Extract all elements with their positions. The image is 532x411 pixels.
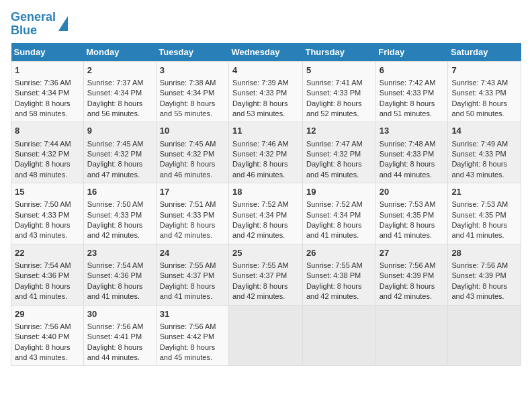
sunset-text: Sunset: 4:34 PM — [15, 89, 69, 97]
day-number: 13 — [380, 125, 445, 137]
sunrise-text: Sunrise: 7:55 AM — [232, 261, 289, 269]
sunrise-text: Sunrise: 7:42 AM — [380, 79, 436, 87]
day-number: 7 — [451, 64, 517, 77]
day-number: 5 — [306, 64, 372, 77]
day-number: 8 — [15, 125, 80, 137]
calendar-cell: 12Sunrise: 7:47 AMSunset: 4:32 PMDayligh… — [302, 122, 375, 183]
calendar-cell: 15Sunrise: 7:50 AMSunset: 4:33 PMDayligh… — [11, 183, 84, 244]
day-number: 2 — [87, 64, 152, 77]
sunset-text: Sunset: 4:39 PM — [451, 271, 506, 279]
sunrise-text: Sunrise: 7:46 AM — [232, 140, 289, 148]
daylight-text: Daylight: 8 hours and 43 minutes. — [451, 160, 507, 178]
calendar-week-1: 1Sunrise: 7:36 AMSunset: 4:34 PMDaylight… — [11, 61, 521, 122]
sunrise-text: Sunrise: 7:36 AM — [15, 79, 71, 87]
col-header-sunday: Sunday — [11, 43, 84, 62]
day-number: 19 — [306, 186, 372, 198]
daylight-text: Daylight: 8 hours and 42 minutes. — [380, 282, 435, 300]
sunset-text: Sunset: 4:41 PM — [87, 332, 142, 340]
calendar-cell: 30Sunrise: 7:56 AMSunset: 4:41 PMDayligh… — [83, 305, 156, 366]
sunset-text: Sunset: 4:32 PM — [15, 150, 69, 158]
sunrise-text: Sunrise: 7:43 AM — [451, 79, 508, 87]
daylight-text: Daylight: 8 hours and 48 minutes. — [15, 160, 71, 178]
sunrise-text: Sunrise: 7:54 AM — [87, 261, 144, 269]
sunset-text: Sunset: 4:33 PM — [306, 89, 361, 97]
calendar-cell — [375, 305, 448, 366]
daylight-text: Daylight: 8 hours and 42 minutes. — [232, 221, 288, 239]
sunrise-text: Sunrise: 7:50 AM — [87, 200, 144, 208]
col-header-tuesday: Tuesday — [156, 43, 228, 62]
daylight-text: Daylight: 8 hours and 58 minutes. — [15, 99, 71, 118]
calendar-cell: 8Sunrise: 7:44 AMSunset: 4:32 PMDaylight… — [11, 122, 84, 183]
daylight-text: Daylight: 8 hours and 55 minutes. — [160, 99, 216, 118]
daylight-text: Daylight: 8 hours and 46 minutes. — [160, 160, 216, 178]
calendar-cell: 18Sunrise: 7:52 AMSunset: 4:34 PMDayligh… — [228, 183, 302, 244]
col-header-monday: Monday — [83, 43, 156, 62]
day-number: 22 — [15, 247, 80, 259]
logo: General Blue — [11, 11, 68, 38]
day-number: 31 — [160, 308, 225, 320]
sunrise-text: Sunrise: 7:54 AM — [15, 261, 71, 269]
calendar-cell — [302, 305, 375, 366]
col-header-saturday: Saturday — [448, 43, 521, 62]
sunrise-text: Sunrise: 7:55 AM — [160, 261, 216, 269]
day-number: 3 — [160, 64, 225, 77]
calendar-cell: 19Sunrise: 7:52 AMSunset: 4:34 PMDayligh… — [302, 183, 375, 244]
calendar-cell: 2Sunrise: 7:37 AMSunset: 4:34 PMDaylight… — [83, 61, 156, 122]
sunset-text: Sunset: 4:42 PM — [160, 332, 214, 340]
day-number: 15 — [15, 186, 80, 198]
logo-text-line1: General — [11, 11, 56, 24]
day-number: 10 — [160, 125, 225, 137]
calendar-week-4: 22Sunrise: 7:54 AMSunset: 4:36 PMDayligh… — [11, 244, 521, 305]
sunset-text: Sunset: 4:36 PM — [15, 271, 69, 279]
sunset-text: Sunset: 4:33 PM — [87, 211, 142, 219]
daylight-text: Daylight: 8 hours and 42 minutes. — [160, 221, 216, 239]
logo-text-line2: Blue — [11, 24, 56, 38]
daylight-text: Daylight: 8 hours and 41 minutes. — [160, 282, 216, 300]
sunrise-text: Sunrise: 7:47 AM — [306, 140, 363, 148]
day-number: 25 — [232, 247, 299, 259]
sunrise-text: Sunrise: 7:56 AM — [160, 322, 216, 330]
sunrise-text: Sunrise: 7:39 AM — [232, 79, 289, 87]
day-number: 12 — [306, 125, 372, 137]
sunrise-text: Sunrise: 7:49 AM — [451, 140, 508, 148]
sunset-text: Sunset: 4:34 PM — [160, 89, 214, 97]
sunset-text: Sunset: 4:33 PM — [15, 211, 69, 219]
calendar-cell: 27Sunrise: 7:56 AMSunset: 4:39 PMDayligh… — [375, 244, 448, 305]
sunset-text: Sunset: 4:39 PM — [380, 271, 434, 279]
daylight-text: Daylight: 8 hours and 41 minutes. — [380, 221, 435, 239]
sunrise-text: Sunrise: 7:37 AM — [87, 79, 144, 87]
day-number: 29 — [15, 308, 80, 320]
calendar-cell: 20Sunrise: 7:53 AMSunset: 4:35 PMDayligh… — [375, 183, 448, 244]
sunset-text: Sunset: 4:33 PM — [380, 89, 434, 97]
calendar-cell: 23Sunrise: 7:54 AMSunset: 4:36 PMDayligh… — [83, 244, 156, 305]
sunset-text: Sunset: 4:34 PM — [87, 89, 142, 97]
sunrise-text: Sunrise: 7:48 AM — [380, 140, 436, 148]
sunset-text: Sunset: 4:37 PM — [232, 271, 287, 279]
day-number: 28 — [451, 247, 517, 259]
daylight-text: Daylight: 8 hours and 45 minutes. — [160, 343, 216, 361]
daylight-text: Daylight: 8 hours and 41 minutes. — [306, 221, 362, 239]
calendar-cell: 4Sunrise: 7:39 AMSunset: 4:33 PMDaylight… — [228, 61, 302, 122]
daylight-text: Daylight: 8 hours and 41 minutes. — [15, 282, 71, 300]
calendar-cell: 1Sunrise: 7:36 AMSunset: 4:34 PMDaylight… — [11, 61, 84, 122]
daylight-text: Daylight: 8 hours and 43 minutes. — [451, 282, 507, 300]
day-number: 6 — [380, 64, 445, 77]
calendar-cell: 28Sunrise: 7:56 AMSunset: 4:39 PMDayligh… — [448, 244, 521, 305]
sunrise-text: Sunrise: 7:52 AM — [306, 200, 363, 208]
calendar-week-5: 29Sunrise: 7:56 AMSunset: 4:40 PMDayligh… — [11, 305, 521, 366]
daylight-text: Daylight: 8 hours and 50 minutes. — [451, 99, 507, 118]
sunrise-text: Sunrise: 7:55 AM — [306, 261, 363, 269]
daylight-text: Daylight: 8 hours and 42 minutes. — [306, 282, 362, 300]
sunset-text: Sunset: 4:33 PM — [232, 89, 287, 97]
sunset-text: Sunset: 4:33 PM — [160, 211, 214, 219]
daylight-text: Daylight: 8 hours and 47 minutes. — [87, 160, 143, 178]
day-number: 30 — [87, 308, 152, 320]
calendar-cell: 24Sunrise: 7:55 AMSunset: 4:37 PMDayligh… — [156, 244, 228, 305]
sunset-text: Sunset: 4:40 PM — [15, 332, 69, 340]
daylight-text: Daylight: 8 hours and 41 minutes. — [451, 221, 507, 239]
sunset-text: Sunset: 4:33 PM — [451, 150, 506, 158]
sunset-text: Sunset: 4:36 PM — [87, 271, 142, 279]
sunrise-text: Sunrise: 7:56 AM — [15, 322, 71, 330]
daylight-text: Daylight: 8 hours and 51 minutes. — [380, 99, 435, 118]
calendar-cell: 16Sunrise: 7:50 AMSunset: 4:33 PMDayligh… — [83, 183, 156, 244]
